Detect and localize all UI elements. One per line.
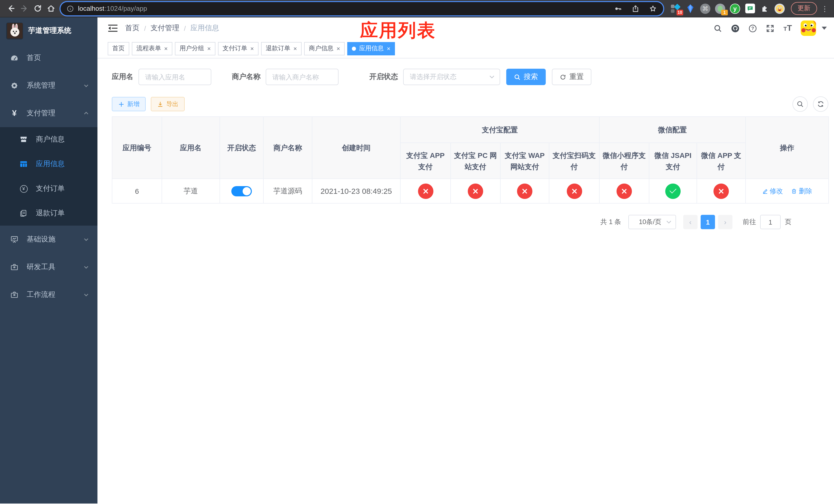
- search-button-label: 搜索: [524, 72, 538, 82]
- fullscreen-icon[interactable]: [766, 24, 775, 32]
- chevron-down-icon: [489, 75, 495, 78]
- tab-merchant-info[interactable]: 商户信息 ×: [304, 42, 345, 55]
- bookmark-star-icon[interactable]: [649, 4, 657, 13]
- page-info-icon[interactable]: [67, 5, 74, 12]
- refresh-table-button[interactable]: [813, 96, 828, 112]
- next-page-button[interactable]: ›: [718, 215, 732, 229]
- col-wechat-jsapi: 微信 JSAPI 支付: [649, 143, 697, 179]
- y-extension-icon[interactable]: y: [730, 3, 740, 14]
- wechat-jsapi-status-icon: [665, 183, 681, 199]
- gem-extension-icon[interactable]: [685, 3, 696, 14]
- app-table: 应用编号 应用名 开启状态 商户名称 创建时间 支付宝配置 微信配置 操作 支付…: [112, 116, 829, 204]
- sidebar-item-infrastructure[interactable]: 基础设施: [0, 226, 97, 253]
- browser-reload-button[interactable]: [31, 2, 44, 15]
- page-size-select[interactable]: 10条/页: [628, 215, 676, 229]
- tab-user-group[interactable]: 用户分组 ×: [175, 42, 215, 55]
- prev-page-button[interactable]: ‹: [683, 215, 698, 229]
- dashboard-icon: [10, 54, 19, 62]
- browser-back-button[interactable]: [4, 2, 18, 15]
- browser-update-button[interactable]: 更新: [791, 2, 817, 15]
- extensions-puzzle-icon[interactable]: [760, 3, 770, 14]
- sidebar-item-workflow[interactable]: 工作流程: [0, 281, 97, 308]
- tab-close-icon[interactable]: ×: [293, 45, 297, 51]
- edit-link[interactable]: 修改: [762, 186, 783, 196]
- extension-bar: 10 ⌘ 1 y: [671, 3, 785, 14]
- sidebar-sub-refund-order[interactable]: 退款订单: [0, 201, 97, 226]
- add-button[interactable]: 新增: [112, 97, 146, 111]
- sidebar-sub-payment-order[interactable]: ¥ 支付订单: [0, 176, 97, 201]
- status-toggle[interactable]: [231, 186, 252, 196]
- tab-close-icon[interactable]: ×: [164, 45, 168, 51]
- command-extension-icon[interactable]: ⌘: [700, 3, 710, 14]
- search-button[interactable]: 搜索: [506, 69, 546, 85]
- password-key-icon[interactable]: [614, 4, 622, 13]
- tab-close-icon[interactable]: ×: [387, 45, 390, 51]
- breadcrumb-payment[interactable]: 支付管理: [151, 24, 179, 33]
- tab-label: 商户信息: [309, 44, 333, 53]
- sidebar-sub-app-info[interactable]: 应用信息: [0, 152, 97, 176]
- github-icon[interactable]: [731, 24, 740, 32]
- sidebar-item-payment[interactable]: ¥ 支付管理: [0, 99, 97, 127]
- browser-forward-button[interactable]: [18, 2, 31, 15]
- tab-close-icon[interactable]: ×: [207, 45, 211, 51]
- active-tab-dot: [352, 46, 356, 50]
- emoji-avatar-icon: [774, 3, 785, 14]
- tab-app-info[interactable]: 应用信息 ×: [347, 42, 395, 55]
- current-page-button[interactable]: 1: [701, 215, 715, 229]
- cell-app-id: 6: [112, 179, 162, 203]
- tab-process-form[interactable]: 流程表单 ×: [132, 42, 172, 55]
- sidebar-item-system[interactable]: 系统管理: [0, 72, 97, 99]
- tampermonkey-extension-icon[interactable]: 10: [671, 3, 681, 14]
- help-icon[interactable]: ?: [749, 24, 757, 32]
- font-size-icon[interactable]: TT: [784, 24, 792, 33]
- plus-icon: [118, 101, 125, 108]
- sidebar-item-label: 首页: [27, 53, 41, 63]
- sidebar-sub-merchant-info[interactable]: 商户信息: [0, 127, 97, 152]
- tab-label: 首页: [112, 44, 125, 53]
- tab-label: 应用信息: [359, 44, 384, 53]
- avatar-caret-icon[interactable]: [822, 27, 827, 30]
- sidebar-item-label: 退款订单: [36, 209, 65, 218]
- wechat-mini-status-icon: [616, 183, 632, 199]
- session-extension-icon[interactable]: 1: [715, 3, 725, 14]
- col-alipay-qr: 支付宝扫码支付: [549, 143, 599, 179]
- share-icon[interactable]: [631, 4, 640, 13]
- breadcrumb-home[interactable]: 首页: [125, 24, 139, 33]
- browser-profile-avatar[interactable]: [774, 3, 785, 14]
- gem-icon: [685, 3, 696, 14]
- export-button[interactable]: 导出: [151, 97, 185, 111]
- status-select[interactable]: 请选择开启状态: [403, 69, 500, 85]
- refresh-icon: [559, 74, 566, 80]
- user-avatar[interactable]: [801, 21, 816, 36]
- sidebar-collapse-icon[interactable]: [108, 24, 118, 32]
- sidebar-item-label: 支付订单: [36, 184, 65, 193]
- goto-page-input[interactable]: [760, 215, 781, 229]
- sidebar-item-home[interactable]: 首页: [0, 44, 97, 72]
- browser-menu-button[interactable]: ⋮: [821, 4, 828, 13]
- app-name-input[interactable]: [138, 69, 211, 85]
- tab-close-icon[interactable]: ×: [336, 45, 340, 51]
- tab-label: 退款订单: [266, 44, 290, 53]
- toolbar-right: [792, 96, 828, 112]
- toggle-search-button[interactable]: [792, 96, 808, 112]
- address-bar[interactable]: localhost:1024/pay/app: [61, 2, 663, 15]
- tab-payment-order[interactable]: 支付订单 ×: [218, 42, 259, 55]
- breadcrumb: 首页 / 支付管理 / 应用信息: [125, 24, 219, 33]
- sidebar-item-dev-tools[interactable]: 研发工具: [0, 253, 97, 281]
- tab-refund-order[interactable]: 退款订单 ×: [261, 42, 302, 55]
- group-wechat-config: 微信配置: [599, 117, 746, 143]
- payment-submenu: 商户信息 应用信息 ¥ 支付订单 退款订单: [0, 127, 97, 226]
- url-path: :1024/pay/app: [105, 5, 147, 12]
- browser-home-button[interactable]: [44, 2, 58, 15]
- header-search-icon[interactable]: [714, 24, 722, 32]
- delete-link[interactable]: 删除: [791, 186, 812, 196]
- alipay-wap-status-icon: [517, 183, 532, 199]
- reset-button[interactable]: 重置: [552, 69, 591, 85]
- chevron-down-icon: [666, 221, 672, 224]
- tab-home[interactable]: 首页: [108, 42, 129, 55]
- merchant-name-input[interactable]: [266, 69, 338, 85]
- tab-close-icon[interactable]: ×: [250, 45, 254, 51]
- col-app-name: 应用名: [162, 117, 220, 179]
- chat-extension-icon[interactable]: [745, 3, 755, 14]
- chevron-down-icon: [83, 236, 89, 243]
